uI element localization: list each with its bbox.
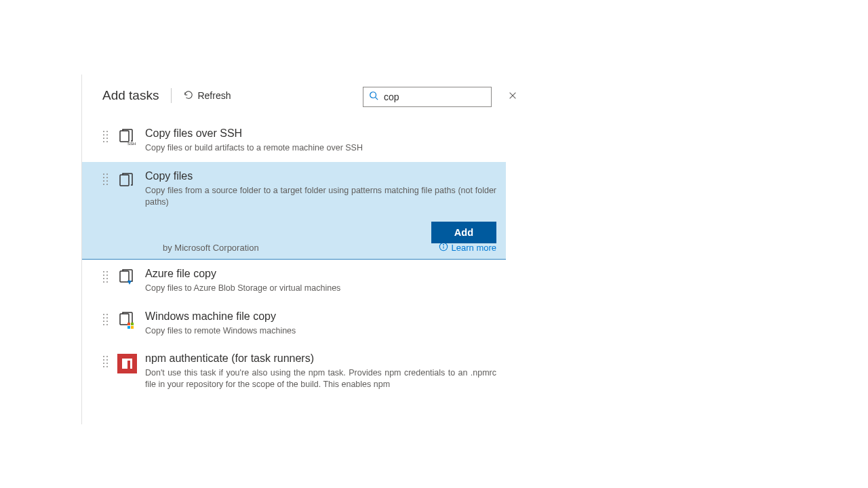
svg-point-37 <box>103 324 104 325</box>
panel-title: Add tasks <box>102 88 159 103</box>
task-row[interactable]: Azure file copy Copy files to Azure Blob… <box>82 260 506 302</box>
svg-point-0 <box>103 131 104 132</box>
learn-more-link[interactable]: Learn more <box>439 242 496 253</box>
svg-line-53 <box>376 98 378 100</box>
info-icon <box>439 242 448 253</box>
svg-point-7 <box>106 141 108 142</box>
svg-point-31 <box>103 314 104 315</box>
azure-copy-icon <box>117 269 137 289</box>
svg-point-34 <box>106 317 108 319</box>
svg-point-21 <box>443 244 443 245</box>
svg-rect-43 <box>131 326 134 329</box>
svg-point-29 <box>106 281 108 283</box>
svg-rect-41 <box>131 323 134 325</box>
svg-point-14 <box>103 180 104 182</box>
svg-point-11 <box>106 174 108 175</box>
task-title: Azure file copy <box>145 268 496 280</box>
task-desc: Copy files from a source folder to a tar… <box>145 185 496 208</box>
svg-rect-8 <box>120 131 129 142</box>
svg-point-52 <box>370 92 376 98</box>
search-box[interactable] <box>363 87 492 107</box>
windows-copy-icon <box>117 312 137 332</box>
svg-point-51 <box>106 366 108 367</box>
task-desc: Don't use this task if you're also using… <box>145 367 496 390</box>
svg-rect-18 <box>120 175 129 186</box>
svg-point-23 <box>106 271 108 272</box>
svg-point-4 <box>103 138 104 139</box>
refresh-label: Refresh <box>197 90 231 101</box>
svg-point-49 <box>106 363 108 364</box>
task-desc: Copy files to Azure Blob Storage or virt… <box>145 283 496 294</box>
svg-point-1 <box>106 131 108 132</box>
svg-point-32 <box>106 314 108 315</box>
task-desc: Copy files or build artifacts to a remot… <box>145 142 496 154</box>
svg-rect-30 <box>120 271 129 282</box>
svg-rect-42 <box>127 326 130 329</box>
svg-point-3 <box>106 134 108 136</box>
task-row[interactable]: npm authenticate (for task runners) Don'… <box>82 344 506 399</box>
task-row[interactable]: Windows machine file copy Copy files to … <box>82 302 506 345</box>
refresh-icon <box>184 90 193 102</box>
svg-point-47 <box>106 359 108 361</box>
svg-point-36 <box>106 321 108 322</box>
task-title: Copy files over SSH <box>145 127 496 140</box>
svg-point-13 <box>106 177 108 178</box>
drag-handle-icon[interactable] <box>102 170 108 253</box>
svg-point-38 <box>106 324 108 325</box>
svg-point-17 <box>106 184 108 185</box>
svg-point-12 <box>103 177 104 178</box>
svg-point-24 <box>103 274 104 276</box>
svg-point-35 <box>103 321 104 322</box>
copy-ssh-icon: SSH <box>117 129 137 149</box>
svg-point-33 <box>103 317 104 319</box>
svg-point-28 <box>103 281 104 283</box>
task-list-scroll[interactable]: SSH Copy files over SSH Copy files or bu… <box>82 119 507 424</box>
drag-handle-icon[interactable] <box>102 310 108 337</box>
task-desc: Copy files to remote Windows machines <box>145 325 496 337</box>
svg-point-22 <box>103 271 104 272</box>
svg-point-45 <box>106 356 108 357</box>
task-title: Windows machine file copy <box>145 310 496 323</box>
task-row-selected[interactable]: Copy files Copy files from a source fold… <box>82 162 506 260</box>
svg-point-15 <box>106 180 108 182</box>
svg-point-6 <box>103 141 104 142</box>
task-publisher: by Microsoft Corporation <box>163 243 259 253</box>
search-icon <box>369 91 378 103</box>
svg-point-48 <box>103 363 104 364</box>
svg-point-10 <box>103 174 104 175</box>
drag-handle-icon[interactable] <box>102 127 108 154</box>
learn-more-label: Learn more <box>452 243 496 253</box>
npm-icon <box>117 354 137 374</box>
header-divider <box>171 88 172 103</box>
task-title: Copy files <box>145 170 496 182</box>
svg-point-25 <box>106 274 108 276</box>
drag-handle-icon[interactable] <box>102 268 108 294</box>
svg-text:SSH: SSH <box>127 142 136 146</box>
svg-point-50 <box>103 366 104 367</box>
svg-point-27 <box>106 278 108 279</box>
svg-point-26 <box>103 278 104 279</box>
task-row[interactable]: SSH Copy files over SSH Copy files or bu… <box>82 119 506 162</box>
svg-rect-40 <box>127 323 130 325</box>
svg-point-46 <box>103 359 104 361</box>
refresh-button[interactable]: Refresh <box>184 90 231 102</box>
search-input[interactable] <box>384 92 502 102</box>
clear-search-icon[interactable] <box>508 91 517 103</box>
copy-icon <box>117 171 137 192</box>
svg-point-16 <box>103 184 104 185</box>
task-title: npm authenticate (for task runners) <box>145 352 496 365</box>
add-button[interactable]: Add <box>431 222 496 243</box>
drag-handle-icon[interactable] <box>102 352 108 390</box>
svg-point-2 <box>103 134 104 136</box>
svg-point-5 <box>106 138 108 139</box>
svg-point-44 <box>103 356 104 357</box>
